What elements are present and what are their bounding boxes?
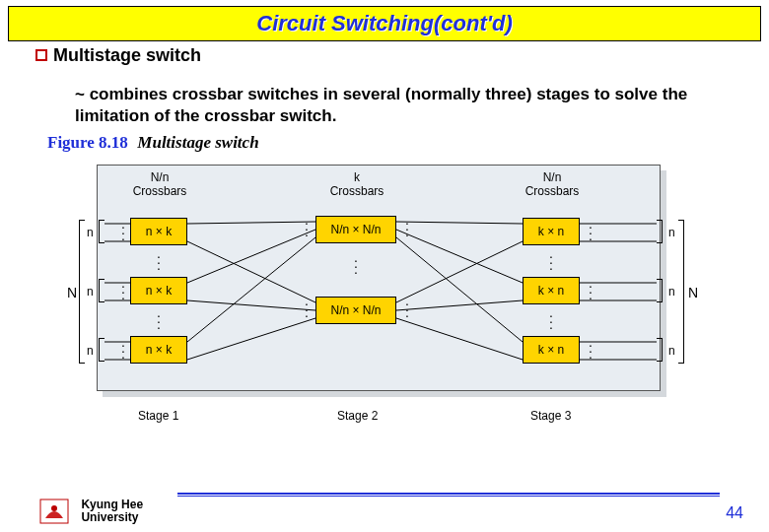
bullet-heading: Multistage switch	[35, 45, 769, 66]
figure-number: Figure 8.18	[47, 133, 128, 152]
bullet-square-icon	[35, 49, 47, 61]
svg-line-12	[187, 222, 315, 224]
svg-line-16	[187, 237, 315, 342]
svg-line-13	[187, 241, 315, 302]
svg-line-22	[396, 300, 523, 310]
slide-title: Circuit Switching(cont'd)	[256, 11, 512, 35]
multistage-diagram: N/n Crossbars k Crossbars N/n Crossbars …	[69, 159, 700, 425]
university-logo-icon	[39, 499, 69, 524]
slide-footer: Kyung Hee University 44	[0, 499, 769, 524]
description-text: ~ combines crossbar switches in several …	[75, 84, 710, 127]
svg-line-19	[396, 230, 523, 283]
svg-line-20	[396, 237, 523, 342]
svg-line-15	[187, 300, 315, 310]
svg-line-23	[396, 318, 523, 360]
figure-title: Multistage switch	[137, 133, 258, 152]
svg-line-21	[396, 241, 523, 302]
svg-line-17	[187, 318, 315, 360]
slide-title-bar: Circuit Switching(cont'd)	[8, 6, 761, 41]
footer-divider	[177, 493, 720, 497]
page-number: 44	[726, 504, 743, 522]
connection-lines	[69, 159, 700, 425]
svg-line-18	[396, 222, 523, 224]
svg-line-14	[187, 230, 315, 283]
bullet-text: Multistage switch	[53, 45, 201, 65]
figure-caption: Figure 8.18 Multistage switch	[47, 133, 769, 153]
svg-point-25	[51, 505, 57, 511]
university-name: Kyung Hee University	[81, 499, 143, 524]
